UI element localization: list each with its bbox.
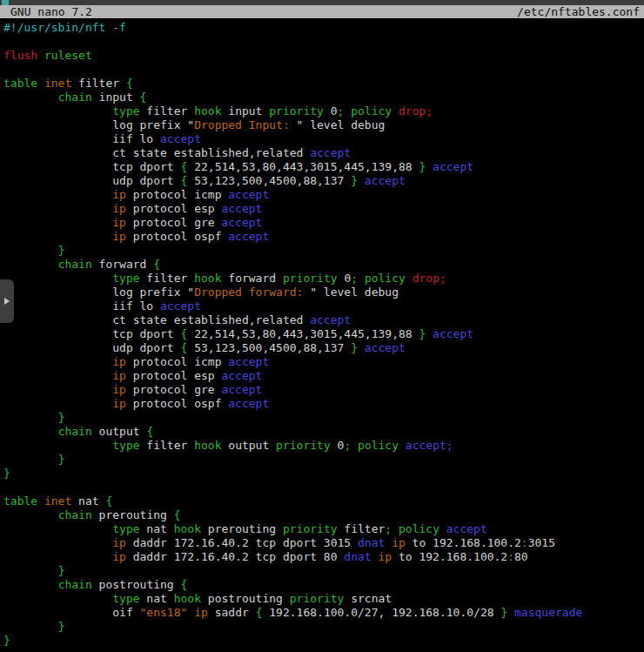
code-line: iif lo accept bbox=[3, 132, 641, 146]
code-line: tcp dport { 22,514,53,80,443,3015,445,13… bbox=[3, 327, 641, 341]
code-line: chain input { bbox=[3, 91, 641, 104]
code-line: ip protocol esp accept bbox=[3, 202, 641, 216]
code-line: iif lo accept bbox=[3, 299, 641, 313]
code-line: type filter hook output priority 0; poli… bbox=[3, 439, 641, 453]
play-triangle-icon bbox=[4, 298, 10, 305]
code-line: table inet filter { bbox=[3, 77, 641, 91]
code-line: type filter hook input priority 0; polic… bbox=[3, 104, 641, 118]
code-line: log prefix "Dropped Input: " level debug bbox=[3, 118, 641, 132]
code-line: ip protocol gre accept bbox=[3, 216, 641, 230]
code-line: ip protocol ospf accept bbox=[3, 397, 641, 411]
code-line bbox=[3, 35, 641, 49]
terminal-window: GNU nano 7.2 /etc/nftables.conf #!/usr/s… bbox=[0, 0, 644, 652]
code-line: chain prerouting { bbox=[3, 508, 641, 522]
code-line: chain forward { bbox=[3, 258, 641, 272]
code-line: tcp dport { 22,514,53,80,443,3015,445,13… bbox=[3, 160, 641, 174]
code-line: table inet nat { bbox=[3, 494, 641, 508]
code-line: } bbox=[3, 244, 641, 258]
code-line: } bbox=[3, 411, 641, 425]
code-line: udp dport { 53,123,500,4500,88,137 } acc… bbox=[3, 341, 641, 355]
code-line: udp dport { 53,123,500,4500,88,137 } acc… bbox=[3, 174, 641, 188]
editor-area[interactable]: #!/usr/sbin/nft -f flush ruleset table i… bbox=[3, 21, 641, 648]
code-line: ip protocol icmp accept bbox=[3, 188, 641, 202]
code-line: type filter hook forward priority 0; pol… bbox=[3, 272, 641, 286]
code-line: } bbox=[3, 564, 641, 578]
code-line: ip protocol gre accept bbox=[3, 383, 641, 397]
code-line: log prefix "Dropped forward: " level deb… bbox=[3, 286, 641, 299]
code-line bbox=[3, 63, 641, 77]
file-path-label: /etc/nftables.conf bbox=[517, 5, 640, 18]
code-line: } bbox=[3, 467, 641, 481]
nano-titlebar: GNU nano 7.2 /etc/nftables.conf bbox=[0, 5, 644, 18]
editor-text: #!/usr/sbin/nft -f flush ruleset table i… bbox=[3, 21, 641, 648]
code-line: type nat hook postrouting priority srcna… bbox=[3, 592, 641, 606]
code-line: ip daddr 172.16.40.2 tcp dport 80 dnat i… bbox=[3, 550, 641, 564]
nano-version-label: GNU nano 7.2 bbox=[10, 5, 92, 18]
code-line: type nat hook prerouting priority filter… bbox=[3, 522, 641, 536]
code-line: chain output { bbox=[3, 425, 641, 439]
code-line: oif "ens18" ip saddr { 192.168.100.0/27,… bbox=[3, 606, 641, 620]
code-line: } bbox=[3, 634, 641, 648]
code-line: } bbox=[3, 620, 641, 634]
code-line: ip protocol ospf accept bbox=[3, 230, 641, 244]
code-line: ip protocol icmp accept bbox=[3, 355, 641, 369]
code-line: ct state established,related accept bbox=[3, 146, 641, 160]
code-line: flush ruleset bbox=[3, 49, 641, 63]
sidebar-toggle-handle[interactable] bbox=[0, 279, 14, 323]
code-line: ip protocol esp accept bbox=[3, 369, 641, 383]
code-line: } bbox=[3, 453, 641, 467]
code-line bbox=[3, 481, 641, 494]
code-line: #!/usr/sbin/nft -f bbox=[3, 21, 641, 35]
code-line: ip daddr 172.16.40.2 tcp dport 3015 dnat… bbox=[3, 536, 641, 550]
code-line: chain postrouting { bbox=[3, 578, 641, 592]
code-line: ct state established,related accept bbox=[3, 313, 641, 327]
